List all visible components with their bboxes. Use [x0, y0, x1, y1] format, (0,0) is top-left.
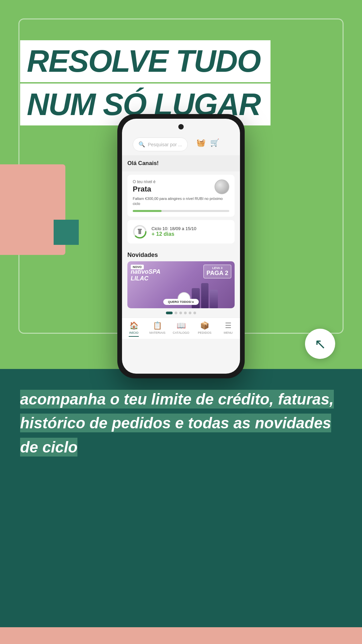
dot-4[interactable] — [184, 312, 187, 314]
headline-area: RESOLVE TUDO NUM SÓ LUGAR — [20, 40, 270, 125]
app-top-bar: 🔍 Pesquisar por ... 🧺 🛒 — [122, 132, 240, 151]
level-name: Prata — [133, 185, 156, 194]
app-screen: 🔍 Pesquisar por ... 🧺 🛒 Olá Canais! — [122, 119, 240, 374]
search-icon: 🔍 — [138, 141, 145, 148]
cycle-title: Ciclo 10: 18/09 a 15/10 — [152, 226, 196, 231]
banner-promo-label: LEVA 3 — [212, 266, 223, 270]
silver-badge — [215, 179, 229, 194]
dot-5[interactable] — [189, 312, 191, 314]
greeting-section: Olá Canais! — [122, 155, 240, 171]
level-card[interactable]: O teu nível é Prata Faltam €300,00 para … — [127, 175, 235, 217]
dot-2[interactable] — [175, 312, 177, 314]
nav-menu[interactable]: ☰ MENU — [217, 321, 240, 337]
phone-mockup: 🔍 Pesquisar por ... 🧺 🛒 Olá Canais! — [117, 114, 245, 378]
decorative-teal-rect — [54, 220, 79, 245]
banner-promo-offer: LEVA 3 PAGA 2 — [203, 265, 231, 278]
nav-inicio[interactable]: 🏠 INÍCIO — [122, 321, 145, 337]
level-label: O teu nível é — [133, 179, 156, 184]
nav-pedidos-icon: 📦 — [200, 321, 209, 330]
pink-stripe-bottom — [0, 627, 362, 644]
product-bottle-3 — [210, 290, 218, 308]
banner-promo-number: PAGA 2 — [206, 270, 228, 277]
level-header: O teu nível é Prata — [133, 179, 229, 194]
progress-bar-fill — [133, 210, 162, 212]
nav-pedidos-label: PEDIDOS — [198, 331, 212, 334]
svg-rect-3 — [138, 229, 142, 230]
nav-inicio-icon: 🏠 — [129, 321, 138, 330]
nav-catalogo-label: CATÁLOGO — [173, 331, 189, 334]
cycle-info: Ciclo 10: 18/09 a 15/10 + 12 dias — [152, 226, 196, 237]
cycle-icon — [133, 225, 147, 239]
product-bottle-1 — [192, 288, 200, 308]
dot-6[interactable] — [193, 312, 196, 314]
headline-line1-bg: RESOLVE TUDO — [20, 40, 270, 82]
dot-1[interactable] — [166, 312, 173, 314]
cursor-button[interactable]: ↖ — [305, 329, 335, 359]
cursor-icon: ↖ — [314, 336, 326, 352]
nav-active-indicator — [129, 336, 139, 337]
search-placeholder-text: Pesquisar por ... — [148, 142, 182, 147]
banner-brand-text: nativoSPALILAC — [131, 269, 161, 282]
wishlist-icon[interactable]: 🧺 — [196, 139, 205, 147]
bottom-nav: 🏠 INÍCIO 📋 MATERIAIS 📖 CATÁLOGO 📦 — [122, 318, 240, 339]
product-banner[interactable]: NOVO nativoSPALILAC LEVA 3 PAGA 2 QU — [127, 261, 235, 308]
headline-line1-text: RESOLVE TUDO — [27, 44, 260, 78]
product-bottle-2 — [201, 283, 208, 308]
header-icons: 🧺 🛒 — [196, 139, 219, 147]
banner-cta-button[interactable]: QUERO TODOS! ▸ — [163, 299, 199, 305]
greeting-text: Olá Canais! — [127, 160, 159, 166]
svg-rect-2 — [138, 229, 141, 234]
cart-icon[interactable]: 🛒 — [210, 139, 219, 147]
nav-inicio-label: INÍCIO — [129, 331, 138, 334]
phone-screen: 🔍 Pesquisar por ... 🧺 🛒 Olá Canais! — [122, 119, 240, 374]
nav-pedidos[interactable]: 📦 PEDIDOS — [193, 321, 216, 337]
phone-outer-shell: 🔍 Pesquisar por ... 🧺 🛒 Olá Canais! — [117, 114, 245, 378]
nav-materiais-label: MATERIAIS — [149, 331, 166, 334]
level-description: Faltam €300,00 para atingires o nível RU… — [133, 196, 229, 207]
bottom-text-area: acompanha o teu limite de crédito, fatur… — [20, 387, 342, 459]
cycle-days: + 12 dias — [152, 231, 196, 237]
nav-menu-label: MENU — [224, 331, 233, 334]
nav-materiais-icon: 📋 — [153, 321, 162, 330]
search-bar[interactable]: 🔍 Pesquisar por ... — [133, 138, 188, 151]
phone-camera — [178, 124, 184, 129]
nav-catalogo[interactable]: 📖 CATÁLOGO — [169, 321, 193, 337]
level-info: O teu nível é Prata — [133, 179, 156, 194]
banner-dots — [122, 308, 240, 318]
novidades-title: Novidades — [122, 247, 240, 261]
nav-materiais[interactable]: 📋 MATERIAIS — [145, 321, 169, 337]
bottom-text: acompanha o teu limite de crédito, fatur… — [20, 390, 334, 457]
cycle-card[interactable]: Ciclo 10: 18/09 a 15/10 + 12 dias — [127, 220, 235, 244]
nav-catalogo-icon: 📖 — [177, 321, 186, 330]
dot-3[interactable] — [179, 312, 182, 314]
nav-menu-icon: ☰ — [225, 321, 232, 330]
progress-bar-background — [133, 210, 229, 212]
